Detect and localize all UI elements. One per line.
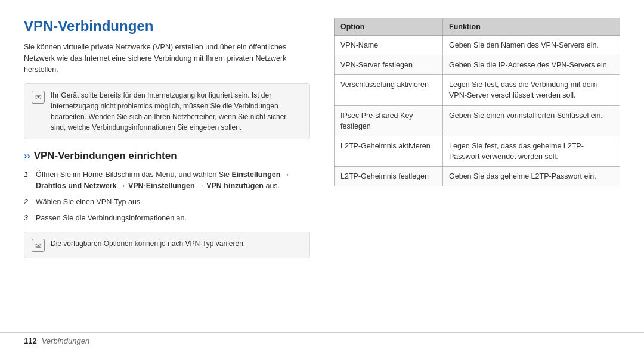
step-2: 2 Wählen Sie einen VPN-Typ aus.: [24, 197, 310, 208]
table-header-row: Option Funktion: [335, 18, 620, 36]
table-header-funktion: Funktion: [443, 18, 620, 36]
table-cell-funktion: Geben Sie das geheime L2TP-Passwort ein.: [443, 167, 620, 186]
intro-text: Sie können virtuelle private Netzwerke (…: [24, 42, 310, 75]
page-number: 112: [24, 336, 37, 345]
step-3: 3 Passen Sie die Verbindungsinformatione…: [24, 213, 310, 224]
right-column: Option Funktion VPN-NameGeben Sie den Na…: [334, 18, 620, 320]
table-cell-option: Verschlüsselung aktivieren: [335, 75, 443, 105]
note-box-1: ✉ Ihr Gerät sollte bereits für den Inter…: [24, 83, 310, 139]
table-row: IPsec Pre-shared Key festlegenGeben Sie …: [335, 105, 620, 136]
note-text-2: Die verfügbaren Optionen können je nach …: [51, 238, 245, 249]
table-cell-funktion: Geben Sie einen vorinstallierten Schlüss…: [443, 105, 620, 136]
table-cell-option: VPN-Name: [335, 36, 443, 55]
table-cell-option: L2TP-Geheimnis festlegen: [335, 167, 443, 186]
table-cell-funktion: Legen Sie fest, dass die Verbindung mit …: [443, 75, 620, 105]
options-table: Option Funktion VPN-NameGeben Sie den Na…: [334, 18, 620, 186]
step-2-text: Wählen Sie einen VPN-Typ aus.: [36, 197, 310, 208]
table-cell-option: IPsec Pre-shared Key festlegen: [335, 105, 443, 136]
step-3-text: Passen Sie die Verbindungsinformationen …: [36, 213, 310, 224]
table-row: Verschlüsselung aktivierenLegen Sie fest…: [335, 75, 620, 105]
section-title: ›› VPN-Verbindungen einrichten: [24, 150, 310, 162]
step-1: 1 Öffnen Sie im Home-Bildschirm das Menü…: [24, 169, 310, 192]
table-row: L2TP-Geheimnis festlegenGeben Sie das ge…: [335, 167, 620, 186]
section-title-text: VPN-Verbindungen einrichten: [34, 150, 177, 162]
table-cell-option: VPN-Server festlegen: [335, 55, 443, 75]
table-cell-funktion: Geben Sie die IP-Adresse des VPN-Servers…: [443, 55, 620, 75]
table-row: VPN-Server festlegenGeben Sie die IP-Adr…: [335, 55, 620, 75]
left-column: VPN-Verbindungen Sie können virtuelle pr…: [24, 18, 310, 320]
table-cell-funktion: Legen Sie fest, dass das geheime L2TP-Pa…: [443, 136, 620, 166]
note-box-2: ✉ Die verfügbaren Optionen können je nac…: [24, 232, 310, 258]
step-3-num: 3: [24, 213, 31, 224]
table-header-option: Option: [335, 18, 443, 36]
table-row: VPN-NameGeben Sie den Namen des VPN-Serv…: [335, 36, 620, 55]
footer-label: Verbindungen: [42, 336, 89, 345]
steps-list: 1 Öffnen Sie im Home-Bildschirm das Menü…: [24, 169, 310, 223]
note-icon-1: ✉: [32, 91, 45, 104]
note-icon-2: ✉: [32, 239, 45, 252]
note-text-1: Ihr Gerät sollte bereits für den Interne…: [51, 90, 302, 133]
table-cell-option: L2TP-Geheimnis aktivieren: [335, 136, 443, 166]
table-body: VPN-NameGeben Sie den Namen des VPN-Serv…: [335, 36, 620, 186]
step-1-num: 1: [24, 169, 31, 180]
step-2-num: 2: [24, 197, 31, 208]
page-footer: 112 Verbindungen: [0, 332, 644, 349]
step-1-text: Öffnen Sie im Home-Bildschirm das Menü, …: [36, 169, 310, 192]
table-cell-funktion: Geben Sie den Namen des VPN-Servers ein.: [443, 36, 620, 55]
table-row: L2TP-Geheimnis aktivierenLegen Sie fest,…: [335, 136, 620, 166]
chevron-icon: ››: [24, 151, 30, 161]
page-title: VPN-Verbindungen: [24, 18, 310, 35]
